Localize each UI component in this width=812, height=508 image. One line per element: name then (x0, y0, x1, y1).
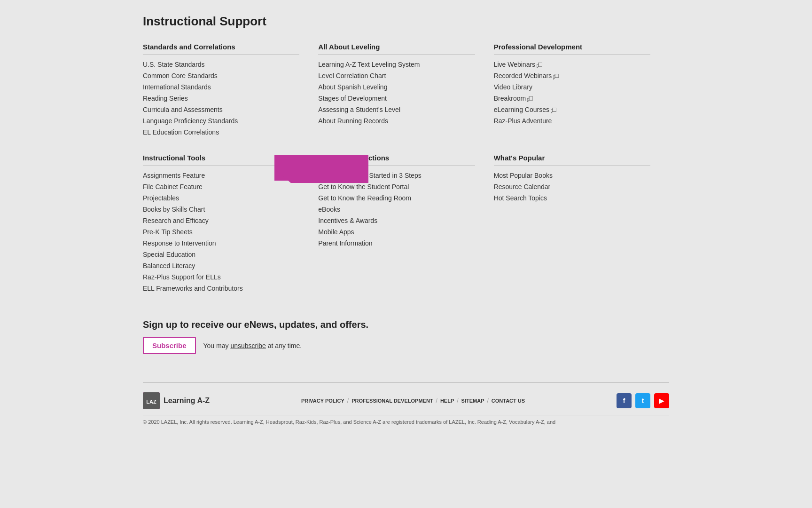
link-level-correlation-chart[interactable]: Level Correlation Chart (318, 72, 386, 79)
link-curricula-and-assessments[interactable]: Curricula and Assessments (143, 106, 223, 113)
footer-nav-link-sitemap[interactable]: SITEMAP (461, 398, 484, 404)
svg-rect-2 (555, 74, 559, 78)
list-item: Video Library (494, 83, 650, 91)
list-item: About Running Records (318, 117, 475, 125)
footer-nav: PRIVACY POLICY / PROFESSIONAL DEVELOPMEN… (301, 397, 525, 404)
footer-nav-separator: / (487, 397, 488, 404)
list-item: Research and Efficacy (143, 217, 299, 224)
facebook-icon[interactable]: f (617, 393, 632, 408)
list-item: Projectables (143, 194, 299, 202)
link-ebooks[interactable]: eBooks (318, 206, 340, 213)
footer: LAZ Learning A-Z PRIVACY POLICY / PROFES… (143, 382, 669, 425)
link-assessing-a-student's-level[interactable]: Assessing a Student's Level (318, 106, 400, 113)
list-item: Special Education (143, 251, 299, 258)
list-item: Stages of Development (318, 95, 475, 102)
footer-nav-link-privacy-policy[interactable]: PRIVACY POLICY (301, 398, 344, 404)
list-item: Breakroom (494, 95, 650, 102)
youtube-icon[interactable]: ▶ (654, 393, 669, 408)
list-item: eLearning Courses (494, 106, 650, 113)
list-item: EL Education Correlations (143, 128, 299, 136)
list-item: Resource Calendar (494, 183, 650, 190)
list-item: U.S. State Standards (143, 61, 299, 68)
list-item: Live Webinars (494, 61, 650, 68)
footer-nav-separator: / (347, 397, 349, 404)
column-title-leveling: All About Leveling (318, 43, 475, 55)
link-get-to-know-the-reading-room[interactable]: Get to Know the Reading Room (318, 194, 411, 202)
list-item: International Standards (143, 83, 299, 91)
link-assignments-feature[interactable]: Assignments Feature (143, 172, 205, 179)
column-title-popular: What's Popular (494, 154, 650, 166)
column-tools: Instructional Tools Assignments FeatureF… (143, 154, 318, 296)
link-recorded-webinars[interactable]: Recorded Webinars (494, 72, 559, 79)
list-item: Level Correlation Chart (318, 72, 475, 79)
link-ell-frameworks-and-contributors[interactable]: ELL Frameworks and Contributors (143, 285, 243, 292)
link-about-spanish-leveling[interactable]: About Spanish Leveling (318, 83, 387, 91)
link-video-library[interactable]: Video Library (494, 83, 532, 91)
link-reading-series[interactable]: Reading Series (143, 95, 188, 102)
arrow-annotation (274, 155, 350, 184)
link-mobile-apps[interactable]: Mobile Apps (318, 228, 354, 236)
link-raz-plus-support-for-ells[interactable]: Raz-Plus Support for ELLs (143, 273, 221, 281)
list-item: Reading Series (143, 95, 299, 102)
link-parent-information[interactable]: Parent Information (318, 239, 372, 247)
external-link-icon (537, 62, 542, 68)
column-professional: Professional DevelopmentLive WebinarsRec… (494, 43, 669, 140)
footer-nav-link-contact-us[interactable]: CONTACT US (492, 398, 525, 404)
svg-rect-0 (539, 63, 542, 66)
page-title: Instructional Support (143, 14, 669, 29)
link-language-proficiency-standards[interactable]: Language Proficiency Standards (143, 117, 238, 125)
link-learning-a-z-text-leveling-system[interactable]: Learning A-Z Text Leveling System (318, 61, 420, 68)
newsletter-row: Subscribe You may unsubscribe at any tim… (143, 337, 669, 354)
link-international-standards[interactable]: International Standards (143, 83, 211, 91)
list-item: ELL Frameworks and Contributors (143, 285, 299, 292)
social-icons: f t ▶ (617, 393, 669, 408)
link-about-running-records[interactable]: About Running Records (318, 117, 388, 125)
subscribe-button[interactable]: Subscribe (143, 337, 196, 354)
columns-row-2: Instructional Tools Assignments FeatureF… (143, 154, 669, 296)
list-item: Parent Information (318, 239, 475, 247)
svg-text:LAZ: LAZ (146, 399, 156, 405)
list-item: eBooks (318, 206, 475, 213)
link-file-cabinet-feature[interactable]: File Cabinet Feature (143, 183, 203, 190)
link-balanced-literacy[interactable]: Balanced Literacy (143, 262, 195, 270)
link-pre-k-tip-sheets[interactable]: Pre-K Tip Sheets (143, 228, 193, 236)
svg-rect-4 (529, 96, 533, 100)
link-u.s.-state-standards[interactable]: U.S. State Standards (143, 61, 205, 68)
list-item: Language Proficiency Standards (143, 117, 299, 125)
columns-row-1: Standards and CorrelationsU.S. State Sta… (143, 43, 669, 140)
link-books-by-skills-chart[interactable]: Books by Skills Chart (143, 206, 205, 213)
footer-nav-link-help[interactable]: HELP (440, 398, 454, 404)
column-standards: Standards and CorrelationsU.S. State Sta… (143, 43, 318, 140)
link-raz-plus-adventure[interactable]: Raz-Plus Adventure (494, 117, 552, 125)
external-link-icon (553, 73, 559, 79)
link-elearning-courses[interactable]: eLearning Courses (494, 106, 556, 113)
link-response-to-intervention[interactable]: Response to Intervention (143, 239, 216, 247)
link-live-webinars[interactable]: Live Webinars (494, 61, 542, 68)
link-most-popular-books[interactable]: Most Popular Books (494, 172, 553, 179)
list-item: Pre-K Tip Sheets (143, 228, 299, 236)
link-projectables[interactable]: Projectables (143, 194, 179, 202)
link-hot-search-topics[interactable]: Hot Search Topics (494, 194, 547, 202)
link-incentives-awards[interactable]: Incentives & Awards (318, 217, 377, 224)
list-item: Curricula and Assessments (143, 106, 299, 113)
footer-nav-link-professional-development[interactable]: PROFESSIONAL DEVELOPMENT (351, 398, 433, 404)
list-item: Most Popular Books (494, 172, 650, 179)
footer-links-row: LAZ Learning A-Z PRIVACY POLICY / PROFES… (143, 392, 669, 415)
column-leveling: All About LevelingLearning A-Z Text Leve… (318, 43, 493, 140)
column-popular: What's PopularMost Popular BooksResource… (494, 154, 669, 296)
list-item: Raz-Plus Adventure (494, 117, 650, 125)
link-breakroom[interactable]: Breakroom (494, 95, 533, 102)
list-item: Common Core Standards (143, 72, 299, 79)
unsubscribe-link[interactable]: unsubscribe (230, 342, 266, 349)
link-el-education-correlations[interactable]: EL Education Correlations (143, 128, 219, 136)
learning-az-icon: LAZ (143, 392, 160, 409)
link-resource-calendar[interactable]: Resource Calendar (494, 183, 551, 190)
link-stages-of-development[interactable]: Stages of Development (318, 95, 387, 102)
twitter-icon[interactable]: t (635, 393, 650, 408)
link-research-and-efficacy[interactable]: Research and Efficacy (143, 217, 209, 224)
footer-logo-text: Learning A-Z (164, 397, 210, 405)
column-title-professional: Professional Development (494, 43, 650, 55)
newsletter-title: Sign up to receive our eNews, updates, a… (143, 319, 669, 330)
link-common-core-standards[interactable]: Common Core Standards (143, 72, 218, 79)
link-special-education[interactable]: Special Education (143, 251, 195, 258)
